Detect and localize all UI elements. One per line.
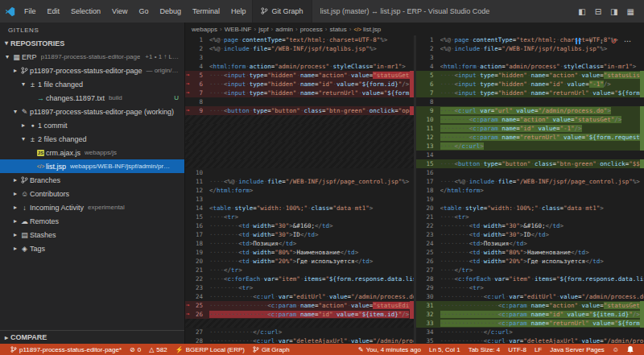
tree-item-branches[interactable]: ▸Branches xyxy=(0,173,184,187)
status-language-mode[interactable]: Java Server Pages xyxy=(546,344,609,355)
code-line[interactable]: 10········<c:param·name="action"·value="… xyxy=(416,115,644,124)
menu-help[interactable]: Help xyxy=(225,0,252,23)
tree-item-2-files-changed[interactable]: ▾±2 files changed xyxy=(0,132,184,146)
code-line[interactable]: 29········<tr> xyxy=(416,283,644,292)
tree-item-tags[interactable]: ▸◈Tags xyxy=(0,241,184,255)
tree-item-changes-11897-txt[interactable]: →changes.11897.txtbuildU xyxy=(0,91,184,105)
code-line[interactable]: 2<%@·include·file="/WEB-INF/jspf/taglibs… xyxy=(416,44,644,53)
overview-ruler-modified[interactable] xyxy=(640,35,644,344)
code-line[interactable]: 9····<c:url·var="url"·value="/admin/proc… xyxy=(416,106,644,115)
code-line[interactable]: 35············<c:url·var="deleteAjaxUrl"… xyxy=(416,336,644,344)
status-tab-size[interactable]: Tab Size: 4 xyxy=(464,344,505,355)
revert-icon[interactable]: ↺ xyxy=(610,37,617,45)
code-line[interactable]: 14<table·style="width:·100%;"·class="dat… xyxy=(185,204,414,213)
code-line[interactable]: 23········<td·width="30">ID</td> xyxy=(416,230,644,239)
code-line[interactable]: 12········<c:param·name="returnUrl"·valu… xyxy=(416,133,644,142)
code-line[interactable]: 20········<td·width="20%">Где·использует… xyxy=(185,257,414,266)
code-line[interactable]: 24········<td>Позиция</td> xyxy=(416,239,644,248)
code-line[interactable]: 24············<c:url·var="editUrl"·value… xyxy=(185,292,414,301)
status-git-graph-launcher[interactable]: Git Graph xyxy=(249,344,294,355)
tree-item-contributors[interactable]: ▸☺Contributors xyxy=(0,187,184,200)
tree-item-remotes[interactable]: ▸☁Remotes xyxy=(0,214,184,228)
code-line[interactable]: 5····<input·type="hidden"·name="action"·… xyxy=(416,71,644,80)
breadcrumb-item-admin[interactable]: admin xyxy=(275,26,293,33)
menu-edit[interactable]: Edit xyxy=(42,0,66,23)
code-line[interactable]: 34············</c:url> xyxy=(416,328,644,336)
chevron-right-icon[interactable]: ▸ xyxy=(11,190,19,197)
more-actions-icon[interactable]: ⋯ xyxy=(624,37,631,45)
chevron-down-icon[interactable]: ▾ xyxy=(3,53,11,60)
code-line[interactable]: 31················<c:param·name="action"… xyxy=(416,301,644,310)
status-branch-indicator[interactable]: p11897-process-status-editor-page* xyxy=(6,344,126,355)
code-line[interactable]: 27····</tr> xyxy=(416,266,644,275)
tree-item-incoming-activity[interactable]: ▸↓Incoming Activityexperimental xyxy=(0,200,184,214)
breadcrumb-item-web-inf[interactable]: WEB-INF xyxy=(225,26,252,33)
chevron-right-icon[interactable]: ▸ xyxy=(11,204,19,211)
code-line[interactable]: 13 xyxy=(185,195,414,204)
code-line[interactable]: 23········<tr> xyxy=(185,283,414,292)
breadcrumb-item-status[interactable]: status xyxy=(329,26,346,33)
chevron-right-icon[interactable]: ▸ xyxy=(11,231,19,238)
code-line[interactable]: 18········<td>Позиция</td> xyxy=(185,239,414,248)
overview-ruler-original[interactable] xyxy=(410,35,414,344)
chevron-right-icon[interactable]: ▸ xyxy=(19,122,27,129)
code-line[interactable]: 3 xyxy=(185,53,414,62)
menu-debug[interactable]: Debug xyxy=(154,0,187,23)
status-problems-errors[interactable]: ⊘0 xyxy=(126,344,145,355)
code-line[interactable]: 14 xyxy=(416,151,644,159)
code-line[interactable]: 15····<tr> xyxy=(185,213,414,221)
code-line[interactable]: 15····<button·type="button"·class="btn-g… xyxy=(416,159,644,168)
code-line[interactable]: →9····<button·type="button"·class="btn-g… xyxy=(185,106,414,115)
breadcrumb-item-jspf[interactable]: jspf xyxy=(258,26,268,33)
code-line[interactable]: →7····<input·type="hidden"·name="returnU… xyxy=(185,89,414,97)
layout-sidebar-left-icon[interactable]: ◧ xyxy=(578,7,585,16)
code-line[interactable]: 20<table·style="width:·100%;"·class="dat… xyxy=(416,204,644,213)
status-launch-config[interactable]: ⚡BGERP Local (ERP) xyxy=(171,344,249,355)
code-line[interactable]: 10 xyxy=(185,168,414,177)
code-line[interactable]: 32················<c:param·name="id"·val… xyxy=(416,310,644,319)
code-line[interactable]: →5····<input·type="hidden"·name="action"… xyxy=(185,71,414,80)
code-line[interactable]: 1<%@·page·contentType="text/html;·charse… xyxy=(185,35,414,44)
tree-item-erp[interactable]: ▾▦ERPp11897-process-status-editor-page+1… xyxy=(0,50,184,64)
tab-git-graph[interactable]: Git Graph xyxy=(252,0,312,23)
status-encoding[interactable]: UTF-8 xyxy=(504,344,530,355)
code-line[interactable]: 3 xyxy=(416,53,644,62)
code-line[interactable]: 33················<c:param·name="returnU… xyxy=(416,319,644,328)
code-line[interactable]: 19 xyxy=(416,195,644,204)
code-line[interactable]: 16 xyxy=(416,168,644,177)
code-line[interactable]: 25········<td·width="80%">Наименование</… xyxy=(416,248,644,257)
code-line[interactable]: 7····<input·type="hidden"·name="returnUr… xyxy=(416,89,644,97)
code-line[interactable]: 27············</c:url> xyxy=(185,328,414,336)
status-cursor-position[interactable]: Ln 5, Col 1 xyxy=(425,344,464,355)
code-line[interactable]: 11····<%@·include·file="/WEB-INF/jspf/pa… xyxy=(185,177,414,186)
code-line[interactable]: 13····</c:url> xyxy=(416,142,644,151)
status-blame-annotation[interactable]: ✎You, 4 minutes ago xyxy=(354,344,425,355)
tree-item-stashes[interactable]: ▸▤Stashes xyxy=(0,228,184,241)
chevron-down-icon[interactable]: ▾ xyxy=(19,80,27,88)
code-line[interactable]: 12</html:form> xyxy=(185,186,414,195)
menu-file[interactable]: File xyxy=(19,0,42,23)
code-line[interactable]: 22····<c:forEach·var="item"·items="${for… xyxy=(185,275,414,283)
code-line[interactable]: 8 xyxy=(185,97,414,106)
pause-icon[interactable] xyxy=(575,38,581,44)
status-problems-warnings[interactable]: △582 xyxy=(145,344,171,355)
code-line[interactable]: 11········<c:param·name="id"·value="-1"/… xyxy=(416,124,644,133)
tree-item-crm-ajax-js[interactable]: JScrm.ajax.jswebapps/js xyxy=(0,146,184,159)
code-line[interactable]: →25················<c:param·name="action… xyxy=(185,301,414,310)
status-feedback[interactable]: ☺ xyxy=(609,344,623,355)
tree-item-1-commit[interactable]: ▸●1 commit xyxy=(0,118,184,132)
code-line[interactable]: 6····<input·type="hidden"·name="id"·valu… xyxy=(416,80,644,89)
code-line[interactable]: 21····<tr> xyxy=(416,213,644,221)
code-line[interactable]: 4<html:form·action="admin/process"·style… xyxy=(185,62,414,71)
code-line[interactable]: 30············<c:url·var="editUrl"·value… xyxy=(416,292,644,301)
code-line[interactable]: 22········<td·width="30">&#160;</td> xyxy=(416,221,644,230)
code-line[interactable]: 21····</tr> xyxy=(185,266,414,275)
chevron-right-icon[interactable]: ▸ xyxy=(11,217,19,225)
prev-change-icon[interactable]: ↑ xyxy=(588,37,592,45)
code-line[interactable]: →6····<input·type="hidden"·name="id"·val… xyxy=(185,80,414,89)
chevron-right-icon[interactable]: ▸ xyxy=(11,67,19,74)
chevron-down-icon[interactable]: ▾ xyxy=(19,135,27,142)
menu-view[interactable]: View xyxy=(106,0,133,23)
code-line[interactable]: 17····<%@·include·file="/WEB-INF/jspf/pa… xyxy=(416,177,644,186)
code-line[interactable]: 8 xyxy=(416,97,644,106)
